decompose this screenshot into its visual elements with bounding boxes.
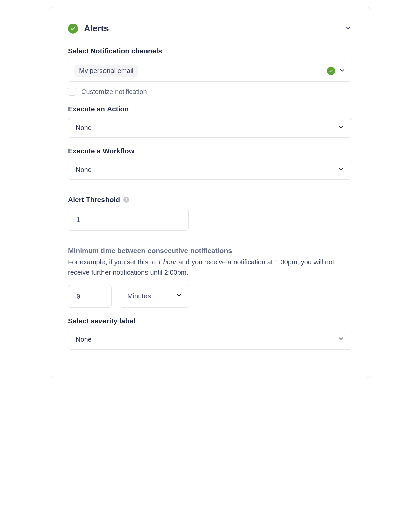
workflow-field-group: Execute a Workflow None <box>68 147 352 180</box>
severity-select-value: None <box>76 336 92 343</box>
chevron-down-icon <box>338 124 344 132</box>
min-time-value-input[interactable] <box>68 285 112 308</box>
min-time-inputs: Minutes <box>68 285 352 308</box>
customize-notification-label: Customize notification <box>81 88 147 96</box>
alerts-card: Alerts Select Notification channels My p… <box>49 7 371 378</box>
section-title: Alerts <box>84 23 109 34</box>
channels-select-right <box>327 67 346 75</box>
min-time-unit-value: Minutes <box>127 292 151 300</box>
chevron-down-icon <box>338 166 344 174</box>
check-circle-icon <box>327 67 335 75</box>
chevron-down-icon[interactable] <box>345 24 352 33</box>
min-time-help: For example, if you set this to 1 hour a… <box>68 257 352 278</box>
min-time-help-prefix: For example, if you set this to <box>68 258 158 266</box>
min-time-field-group: Minimum time between consecutive notific… <box>68 247 352 308</box>
severity-label: Select severity label <box>68 317 352 325</box>
severity-select[interactable]: None <box>68 330 352 350</box>
info-icon[interactable]: i <box>123 197 129 203</box>
customize-notification-checkbox[interactable] <box>68 88 76 96</box>
min-time-label: Minimum time between consecutive notific… <box>68 247 352 255</box>
threshold-label-text: Alert Threshold <box>68 196 120 204</box>
threshold-input[interactable] <box>68 209 189 231</box>
channels-field-group: Select Notification channels My personal… <box>68 47 352 96</box>
action-label: Execute an Action <box>68 105 352 113</box>
action-select-value: None <box>76 124 92 132</box>
check-circle-icon <box>68 24 78 34</box>
chevron-down-icon[interactable] <box>339 67 346 75</box>
workflow-select[interactable]: None <box>68 160 352 180</box>
min-time-unit-select[interactable]: Minutes <box>120 285 190 308</box>
channels-label: Select Notification channels <box>68 47 352 55</box>
section-header-left: Alerts <box>68 23 109 34</box>
chevron-down-icon <box>338 335 344 344</box>
channels-chip[interactable]: My personal email <box>74 65 138 77</box>
workflow-label: Execute a Workflow <box>68 147 352 155</box>
action-field-group: Execute an Action None <box>68 105 352 138</box>
workflow-select-value: None <box>76 166 92 174</box>
threshold-label: Alert Threshold i <box>68 196 352 204</box>
severity-field-group: Select severity label None <box>68 317 352 350</box>
min-time-help-italic: 1 hour <box>158 258 177 266</box>
customize-notification-row[interactable]: Customize notification <box>68 88 352 96</box>
threshold-field-group: Alert Threshold i <box>68 196 352 231</box>
chevron-down-icon <box>176 292 182 300</box>
action-select[interactable]: None <box>68 118 352 138</box>
channels-multiselect[interactable]: My personal email <box>68 60 352 82</box>
alerts-section-header[interactable]: Alerts <box>68 23 352 34</box>
